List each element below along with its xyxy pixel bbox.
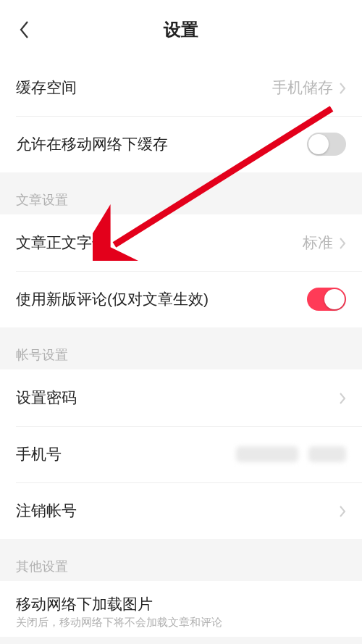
row-value <box>339 391 346 404</box>
row-font-size[interactable]: 文章正文字号 标准 <box>0 214 362 271</box>
row-mobile-cache: 允许在移动网络下缓存 <box>0 116 362 172</box>
row-label: 缓存空间 <box>16 78 77 98</box>
row-label: 允许在移动网络下缓存 <box>16 134 168 154</box>
row-phone[interactable]: 手机号 <box>0 426 362 482</box>
row-description: 关闭后，移动网络下将不会加载文章和评论 <box>0 616 362 637</box>
page-title: 设置 <box>14 18 348 41</box>
section-header-article: 文章设置 <box>0 181 362 214</box>
row-label: 文章正文字号 <box>16 233 107 253</box>
back-button[interactable] <box>13 19 35 41</box>
row-value: 手机储存 <box>272 78 346 98</box>
font-value-text: 标准 <box>303 233 333 253</box>
chevron-right-icon <box>339 236 346 249</box>
toggle-knob <box>308 134 329 154</box>
chevron-right-icon <box>339 81 346 94</box>
header-bar: 设置 <box>0 0 362 59</box>
row-label: 设置密码 <box>16 388 77 408</box>
toggle-mobile-cache[interactable] <box>307 133 346 156</box>
blurred-phone-number <box>236 446 298 462</box>
row-cache-space[interactable]: 缓存空间 手机储存 <box>0 59 362 116</box>
toggle-knob <box>324 289 345 309</box>
row-new-comment: 使用新版评论(仅对文章生效) <box>0 271 362 327</box>
row-load-image-mobile[interactable]: 移动网络下加载图片 <box>0 581 362 616</box>
chevron-right-icon <box>339 391 346 404</box>
group-storage: 缓存空间 手机储存 允许在移动网络下缓存 <box>0 59 362 172</box>
group-article: 文章正文字号 标准 使用新版评论(仅对文章生效) <box>0 214 362 327</box>
row-label: 移动网络下加载图片 <box>16 594 153 614</box>
group-other: 移动网络下加载图片 关闭后，移动网络下将不会加载文章和评论 <box>0 581 362 637</box>
row-logout[interactable]: 注销帐号 <box>0 482 362 539</box>
row-value-blurred <box>236 446 346 462</box>
section-divider <box>0 327 362 336</box>
blurred-phone-extra <box>308 446 346 462</box>
group-account: 设置密码 手机号 注销帐号 <box>0 369 362 539</box>
section-divider <box>0 172 362 181</box>
row-password[interactable]: 设置密码 <box>0 369 362 426</box>
cache-value-text: 手机储存 <box>272 78 333 98</box>
chevron-left-icon <box>19 20 29 39</box>
row-value <box>339 504 346 517</box>
section-header-account: 帐号设置 <box>0 336 362 369</box>
toggle-new-comment[interactable] <box>307 288 346 311</box>
row-label: 注销帐号 <box>16 501 77 521</box>
section-divider <box>0 539 362 548</box>
row-value: 标准 <box>303 233 346 253</box>
row-label: 手机号 <box>16 444 62 464</box>
row-label: 使用新版评论(仅对文章生效) <box>16 289 209 309</box>
chevron-right-icon <box>339 504 346 517</box>
section-header-other: 其他设置 <box>0 548 362 581</box>
